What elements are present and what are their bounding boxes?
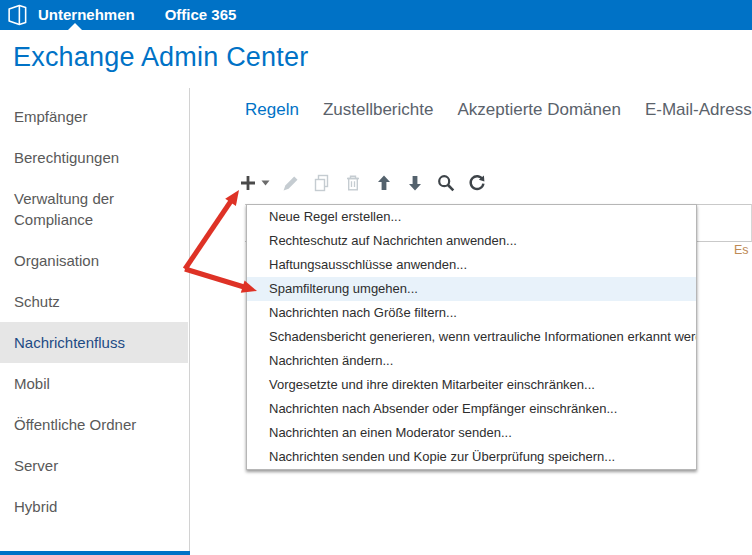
- dropdown-caret-icon: [261, 180, 270, 186]
- tab-zustellberichte[interactable]: Zustellberichte: [323, 100, 434, 120]
- arrow-up-icon: [374, 173, 394, 193]
- tab-akzeptierte-domänen[interactable]: Akzeptierte Domänen: [457, 100, 620, 120]
- menu-item-rechteschutz-auf-nachrichten-anwenden[interactable]: Rechteschutz auf Nachrichten anwenden...: [247, 229, 696, 253]
- sidebar-item-berechtigungen[interactable]: Berechtigungen: [0, 137, 188, 178]
- office-suite-bar: Unternehmen Office 365: [0, 0, 752, 30]
- sidebar-bottom-accent-bar: [0, 551, 190, 555]
- menu-item-nachrichten-nach-größe-filtern[interactable]: Nachrichten nach Größe filtern...: [247, 301, 696, 325]
- mail-flow-tabs: RegelnZustellberichteAkzeptierte Domänen…: [245, 100, 752, 120]
- company-link[interactable]: Unternehmen: [38, 0, 135, 30]
- add-button[interactable]: [236, 171, 272, 195]
- copy-button[interactable]: [310, 171, 334, 195]
- sidebar-item-schutz[interactable]: Schutz: [0, 281, 188, 322]
- copy-icon: [312, 173, 332, 193]
- rules-toolbar: [236, 171, 489, 195]
- menu-item-spamfilterung-umgehen[interactable]: Spamfilterung umgehen...: [247, 277, 696, 301]
- sidebar-item-hybrid[interactable]: Hybrid: [0, 486, 188, 527]
- sidebar-item-öffentliche-ordner[interactable]: Öffentliche Ordner: [0, 404, 188, 445]
- search-button[interactable]: [434, 171, 458, 195]
- delete-button[interactable]: [341, 171, 365, 195]
- menu-item-haftungsausschlüsse-anwenden[interactable]: Haftungsausschlüsse anwenden...: [247, 253, 696, 277]
- refresh-button[interactable]: [465, 171, 489, 195]
- empty-list-message: Es g: [734, 243, 752, 257]
- sidebar-item-mobil[interactable]: Mobil: [0, 363, 188, 404]
- refresh-icon: [467, 173, 487, 193]
- plus-icon: [238, 173, 258, 193]
- edit-button[interactable]: [279, 171, 303, 195]
- annotation-arrow-to-add-button: [185, 190, 239, 269]
- arrow-down-icon: [405, 173, 425, 193]
- menu-item-nachrichten-an-einen-moderator-senden[interactable]: Nachrichten an einen Moderator senden...: [247, 421, 696, 445]
- search-icon: [436, 173, 456, 193]
- move-down-button[interactable]: [403, 171, 427, 195]
- page-title: Exchange Admin Center: [13, 42, 308, 73]
- menu-item-schadensbericht-generieren-wenn-vertrauliche-informationen-erkannt-werden[interactable]: Schadensbericht generieren, wenn vertrau…: [247, 325, 696, 349]
- sidebar-item-empfänger[interactable]: Empfänger: [0, 96, 188, 137]
- sidebar-item-nachrichtenfluss[interactable]: Nachrichtenfluss: [0, 322, 188, 363]
- menu-item-nachrichten-nach-absender-oder-empfänger-einschränken[interactable]: Nachrichten nach Absender oder Empfänger…: [247, 397, 696, 421]
- active-suite-tab-notch: [68, 23, 82, 30]
- new-rule-dropdown-menu: Neue Regel erstellen...Rechteschutz auf …: [246, 204, 697, 470]
- office-logo-icon[interactable]: [6, 4, 28, 26]
- sidebar-nav: EmpfängerBerechtigungenVerwaltung der Co…: [0, 88, 190, 555]
- menu-item-nachrichten-ändern[interactable]: Nachrichten ändern...: [247, 349, 696, 373]
- sidebar-item-list: EmpfängerBerechtigungenVerwaltung der Co…: [0, 96, 188, 527]
- move-up-button[interactable]: [372, 171, 396, 195]
- trash-icon: [343, 173, 363, 193]
- sidebar-item-server[interactable]: Server: [0, 445, 188, 486]
- menu-item-vorgesetzte-und-ihre-direkten-mitarbeiter-einschränken[interactable]: Vorgesetzte und ihre direkten Mitarbeite…: [247, 373, 696, 397]
- menu-item-nachrichten-senden-und-kopie-zur-überprüfung-speichern[interactable]: Nachrichten senden und Kopie zur Überprü…: [247, 445, 696, 469]
- tab-regeln[interactable]: Regeln: [245, 100, 299, 120]
- sidebar-item-organisation[interactable]: Organisation: [0, 240, 188, 281]
- exchange-admin-center-window: Unternehmen Office 365 Exchange Admin Ce…: [0, 0, 752, 555]
- office365-link[interactable]: Office 365: [165, 0, 237, 30]
- sidebar-item-verwaltung-der-compliance[interactable]: Verwaltung der Compliance: [0, 178, 188, 240]
- pencil-icon: [281, 173, 301, 193]
- menu-item-neue-regel-erstellen[interactable]: Neue Regel erstellen...: [247, 205, 696, 229]
- tab-e-mail-adressrichtlinien[interactable]: E-Mail-Adressrichtlinien: [645, 100, 752, 120]
